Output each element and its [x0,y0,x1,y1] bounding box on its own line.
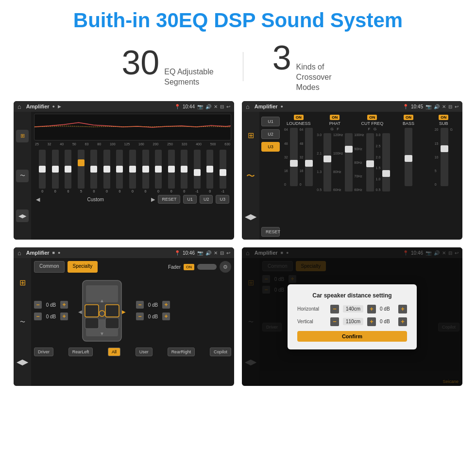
eq-label: EQ AdjustableSegments [164,67,213,87]
close-icon-3[interactable]: ✕ [214,250,218,256]
camera-icon-2: 📷 [425,104,431,109]
horizontal-vol-plus[interactable]: + [398,305,407,313]
page-title: Buith-in 30EQ DSP Sound System [0,9,476,32]
screen-specialty: ⌂ Amplifier ■ ● 📍 10:46 📷 🔊 ✕ ⊟ ↩ ⊞ 〜 ◀▶ [14,247,234,386]
driver-btn-3[interactable]: Driver [34,348,53,356]
eq-sidebar-btn-1[interactable]: ⊞ [16,130,29,142]
vol-rl-plus[interactable]: + [60,313,68,320]
home-icon-2[interactable]: ⌂ [246,103,250,110]
dot2-icon-3: ● [58,250,60,255]
cross-preset-list: U1 U2 U3 RESET [261,115,280,237]
horizontal-minus-btn[interactable]: − [330,305,339,313]
cross-u3-btn[interactable]: U3 [261,142,280,152]
app-title-1: Amplifier [26,104,50,109]
screen-eq: ⌂ Amplifier ● ▶ 📍 10:44 📷 🔊 ✕ ⊟ ↩ ⊞ 〜 ◀▶ [14,101,234,240]
phat-on-badge[interactable]: ON [330,115,340,120]
tab-common[interactable]: Common [34,261,65,273]
cross-sidebar-btn-2[interactable]: ◀▶ [245,212,256,221]
loudness-on-badge[interactable]: ON [294,115,304,120]
fader-toggle[interactable]: ON [184,264,194,270]
channel-loudness: ON LOUDNESS 644832160 644832160 [282,115,315,186]
close-icon-2[interactable]: ✕ [442,104,446,109]
spec-sidebar-btn-2[interactable]: ◀▶ [17,357,28,366]
phat-faders: 3.02.11.30.5 120Hz100Hz80Hz60Hz [317,133,353,191]
bass-on-badge[interactable]: ON [404,115,413,120]
back-icon-2[interactable]: ↩ [455,104,459,109]
volume-icon-2: 🔊 [434,104,440,109]
vol-fl-plus[interactable]: + [60,301,68,309]
crossover-label: Kinds ofCrossover Modes [296,62,355,92]
fader-slider[interactable] [197,264,217,270]
eq-next-btn[interactable]: ▶ [151,196,155,203]
menu-icon-3[interactable]: ⊟ [220,250,224,256]
vol-fr-minus[interactable]: − [136,301,144,309]
user-btn-3[interactable]: User [136,348,153,356]
horizontal-plus-btn[interactable]: + [367,305,376,313]
eq-fader-14: -1 [220,150,226,193]
vol-rl-minus[interactable]: − [34,313,42,320]
dialog-title: Car speaker distance setting [297,292,407,299]
horizontal-vol: 0 dB [380,306,394,312]
menu-icon-2[interactable]: ⊟ [448,104,452,109]
menu-icon-1[interactable]: ⊟ [220,104,224,109]
location-icon-2: 📍 [403,104,408,109]
eq-sidebar-btn-2[interactable]: 〜 [16,170,29,182]
cutfreq-faders: 100Hz90Hz80Hz70Hz60Hz 3.02.52.01.51.00.5 [354,133,390,191]
eq-sidebar: ⊞ 〜 ◀▶ [14,112,31,240]
svg-rect-5 [105,305,119,317]
vol-rr-plus[interactable]: + [162,313,170,320]
page-header: Buith-in 30EQ DSP Sound System [0,0,476,37]
audio-wave-icon: 〜 [246,170,255,182]
channel-phat: ON PHAT G F 3.02.11.30.5 120Hz100Hz80Hz6… [317,115,353,191]
vol-ctrl-rl: − 0 dB + [34,313,68,320]
eq-fader-9: 0 [155,150,162,193]
screen-crossover: ⌂ Amplifier ● 📍 10:45 📷 🔊 ✕ ⊟ ↩ ⊞ 〜 ◀▶ [242,101,462,240]
back-icon-3[interactable]: ↩ [226,250,230,256]
rearright-btn-3[interactable]: RearRight [168,348,195,356]
vertical-vol-plus[interactable]: + [398,317,407,326]
camera-icon-3: 📷 [197,250,203,256]
eq-prev-btn[interactable]: ◀ [36,196,40,203]
eq-number: 30 [121,46,159,80]
play-icon-1[interactable]: ▶ [58,104,61,109]
car-diagram: ▲ ▼ ◀ ▶ [73,277,131,345]
close-icon-1[interactable]: ✕ [214,104,218,109]
vol-rr-minus[interactable]: − [136,313,144,320]
all-btn-3[interactable]: All [108,348,120,356]
dialog-box: Car speaker distance setting Horizontal … [288,284,417,349]
spec-sidebar-btn-1[interactable]: ⊞ [19,278,26,287]
bottom-labels-3: Driver RearLeft All User RearRight Copil… [34,348,231,356]
vertical-minus-btn[interactable]: − [330,317,339,326]
confirm-button[interactable]: Confirm [297,331,407,342]
vertical-plus-btn[interactable]: + [367,317,376,326]
cross-sidebar-btn-1[interactable]: ⊞ [248,131,254,140]
eq-u1-btn[interactable]: U1 [183,195,197,204]
home-icon-1[interactable]: ⌂ [17,103,21,110]
cutfreq-on-badge[interactable]: ON [367,115,377,120]
eq-u3-btn[interactable]: U3 [216,195,229,204]
eq-u2-btn[interactable]: U2 [200,195,213,204]
copilot-btn-3[interactable]: Copilot [210,348,231,356]
eq-sidebar-btn-3[interactable]: ◀▶ [16,209,29,222]
tab-specialty[interactable]: Specialty [68,261,98,273]
sub-on-badge[interactable]: ON [439,115,448,120]
cross-reset-area: RESET [261,227,280,237]
eq-fader-5: 0 [103,150,110,193]
camera-icon-1: 📷 [197,104,203,109]
eq-fader-0: 0 [39,150,46,193]
rearleft-btn-3[interactable]: RearLeft [68,348,93,356]
right-controls: − 0 dB + − 0 dB + [136,301,170,320]
cross-reset-btn[interactable]: RESET [261,227,280,237]
dialog-overlay: Car speaker distance setting Horizontal … [242,247,462,386]
settings-icon[interactable]: ⚙ [220,261,231,273]
home-icon-3[interactable]: ⌂ [17,249,21,257]
cross-u2-btn[interactable]: U2 [261,129,280,139]
dialog-horizontal-row: Horizontal − 140cm + 0 dB + [297,305,407,313]
spec-tabs: Common Specialty Fader ON ⚙ [34,261,231,273]
vol-fl-minus[interactable]: − [34,301,42,309]
volume-icon-1: 🔊 [205,104,211,109]
cross-u1-btn[interactable]: U1 [261,117,280,126]
back-icon-1[interactable]: ↩ [226,104,230,109]
eq-reset-btn[interactable]: RESET [158,195,180,204]
vol-fr-plus[interactable]: + [162,301,170,309]
